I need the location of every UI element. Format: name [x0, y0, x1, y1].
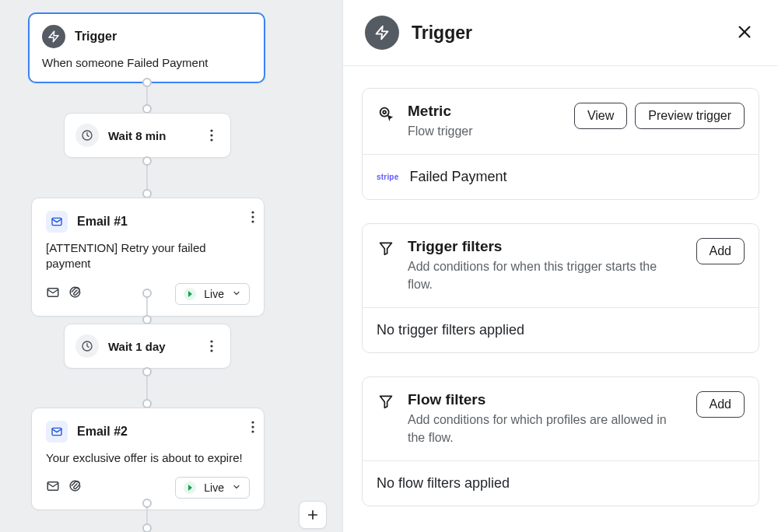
svg-point-11	[210, 340, 212, 342]
flow-filters-title: Flow filters	[408, 391, 684, 408]
svg-point-16	[251, 425, 254, 428]
metric-name: Failed Payment	[409, 169, 506, 185]
svg-point-25	[383, 110, 386, 114]
flow-connector	[146, 289, 148, 324]
wait-label: Wait 1 day	[108, 340, 166, 353]
view-button[interactable]: View	[574, 103, 627, 129]
cursor-click-icon	[377, 103, 395, 122]
mail-icon	[46, 211, 68, 233]
provider-badge: stripe	[377, 173, 398, 181]
attachment-icon	[68, 479, 82, 496]
svg-point-6	[251, 211, 254, 213]
chevron-down-icon	[232, 481, 241, 494]
node-menu-button[interactable]	[242, 206, 264, 228]
svg-point-12	[210, 345, 212, 347]
wait-node[interactable]: Wait 8 min	[64, 113, 231, 158]
status-label: Live	[204, 288, 224, 300]
svg-point-2	[210, 129, 212, 131]
node-menu-button[interactable]	[201, 335, 223, 357]
trigger-description: When someone Failed Payment	[42, 56, 251, 69]
wait-node[interactable]: Wait 1 day	[64, 324, 231, 369]
filter-icon	[377, 391, 395, 409]
email-node[interactable]: Email #2 Your exclusive offer is about t…	[31, 408, 265, 510]
svg-point-15	[251, 421, 254, 423]
preview-trigger-button[interactable]: Preview trigger	[635, 103, 745, 129]
play-icon	[184, 288, 196, 300]
svg-point-7	[251, 215, 254, 218]
flow-connector	[146, 79, 148, 113]
panel-title: Trigger	[412, 23, 472, 44]
trigger-title: Trigger	[75, 30, 117, 44]
email-subject: Your exclusive offer is about to expire!	[46, 450, 250, 466]
add-node-button[interactable]	[299, 501, 327, 529]
add-flow-filter-button[interactable]: Add	[696, 391, 745, 418]
status-label: Live	[204, 481, 224, 494]
flow-connector	[146, 157, 148, 198]
svg-marker-26	[380, 243, 392, 255]
flow-connector	[146, 368, 148, 408]
clock-icon	[75, 124, 99, 147]
flow-connector	[146, 499, 148, 532]
svg-marker-21	[377, 26, 388, 40]
svg-point-3	[210, 134, 212, 136]
chevron-down-icon	[232, 288, 241, 300]
metric-title: Metric	[408, 103, 562, 120]
email-node[interactable]: Email #1 [ATTENTION] Retry your failed p…	[31, 198, 265, 317]
email-title: Email #1	[77, 215, 128, 229]
clock-icon	[75, 334, 99, 358]
status-select[interactable]: Live	[175, 477, 250, 499]
flow-filters-section: Flow filters Add conditions for which pr…	[362, 376, 759, 506]
email-subject: [ATTENTION] Retry your failed payment	[46, 240, 250, 272]
flow-filters-subtitle: Add conditions for which profiles are al…	[408, 411, 684, 446]
node-menu-button[interactable]	[201, 124, 223, 146]
mail-small-icon	[46, 285, 60, 303]
svg-marker-0	[49, 31, 58, 41]
close-button[interactable]	[733, 20, 756, 46]
email-title: Email #2	[77, 425, 128, 439]
trigger-filters-section: Trigger filters Add conditions for when …	[362, 223, 759, 353]
mail-small-icon	[46, 479, 60, 496]
flow-filters-empty: No flow filters applied	[363, 461, 759, 506]
trigger-filters-title: Trigger filters	[408, 238, 684, 255]
wait-label: Wait 8 min	[108, 129, 166, 142]
svg-point-17	[251, 430, 254, 432]
trigger-filters-subtitle: Add conditions for when this trigger sta…	[408, 258, 684, 293]
play-icon	[184, 481, 196, 494]
trigger-node[interactable]: Trigger When someone Failed Payment	[28, 12, 265, 83]
mail-icon	[46, 421, 68, 443]
svg-point-8	[251, 220, 254, 222]
add-trigger-filter-button[interactable]: Add	[696, 238, 745, 264]
filter-icon	[377, 238, 395, 256]
trigger-filters-empty: No trigger filters applied	[363, 308, 759, 352]
bolt-icon	[42, 25, 65, 48]
bolt-icon	[365, 16, 399, 50]
panel-header: Trigger	[343, 0, 778, 66]
node-menu-button[interactable]	[242, 416, 264, 438]
attachment-icon	[68, 285, 82, 303]
svg-point-4	[210, 138, 212, 141]
metric-subtitle: Flow trigger	[408, 123, 562, 140]
flow-canvas[interactable]: Trigger When someone Failed Payment Wait…	[0, 0, 342, 532]
settings-panel: Trigger Metric Flow trigger View Preview…	[342, 0, 778, 532]
status-select[interactable]: Live	[175, 283, 250, 305]
svg-point-13	[210, 349, 212, 352]
svg-marker-27	[380, 397, 392, 408]
metric-section: Metric Flow trigger View Preview trigger…	[362, 88, 759, 200]
